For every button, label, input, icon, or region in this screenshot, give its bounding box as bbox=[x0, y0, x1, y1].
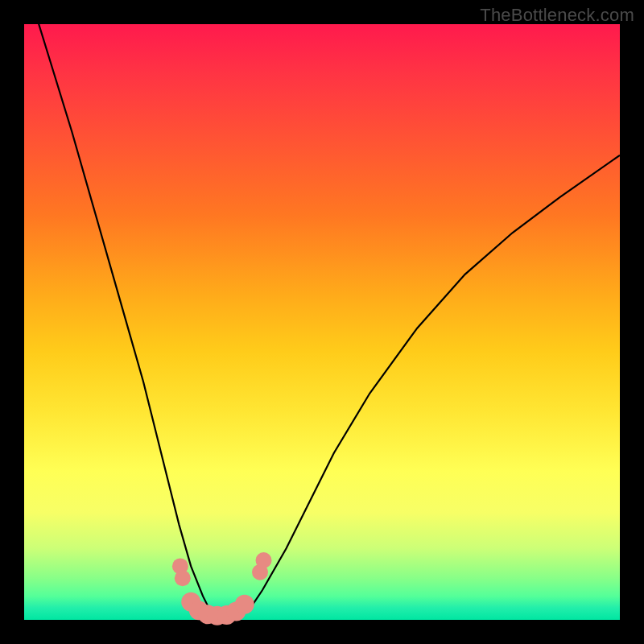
chart-markers bbox=[172, 552, 272, 625]
chart-plot-area bbox=[24, 24, 620, 620]
chart-marker bbox=[175, 570, 191, 586]
bottleneck-curve bbox=[24, 0, 620, 614]
attribution-text: TheBottleneck.com bbox=[480, 5, 634, 26]
chart-frame: TheBottleneck.com bbox=[0, 0, 644, 644]
chart-marker bbox=[235, 595, 254, 614]
chart-marker bbox=[256, 552, 272, 568]
chart-svg bbox=[24, 24, 620, 620]
